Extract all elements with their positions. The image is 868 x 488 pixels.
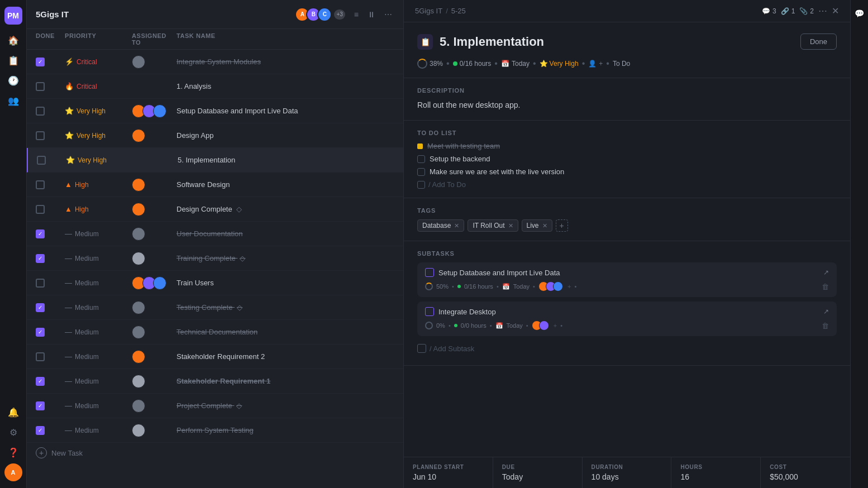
description-text[interactable]: Roll out the new desktop app. bbox=[417, 99, 837, 111]
subtask-checkbox[interactable] bbox=[425, 268, 434, 277]
add-todo-placeholder: / Add To Do bbox=[428, 180, 466, 189]
sidebar-team-icon[interactable]: 👥 bbox=[4, 92, 22, 109]
table-row[interactable]: —Medium User Documentation bbox=[27, 222, 403, 246]
task-checkbox[interactable] bbox=[36, 352, 45, 361]
tag-remove-icon[interactable]: ✕ bbox=[542, 222, 547, 229]
table-row[interactable]: ⚡Critical Integrate System Modules bbox=[27, 50, 403, 74]
table-row[interactable]: —Medium Stakeholder Requirement 2 bbox=[27, 345, 403, 369]
task-checkbox[interactable] bbox=[36, 279, 45, 288]
sidebar-time-icon[interactable]: 🕐 bbox=[4, 71, 22, 89]
table-row[interactable]: —Medium Training Complete ◇ bbox=[27, 246, 403, 271]
table-row[interactable]: —Medium Perform System Testing bbox=[27, 418, 403, 443]
todo-checkbox[interactable] bbox=[417, 168, 425, 176]
subtask-open-icon[interactable]: ↗ bbox=[823, 308, 829, 315]
tag-live[interactable]: Live ✕ bbox=[522, 219, 552, 232]
todo-label: TO DO LIST bbox=[417, 130, 837, 136]
task-checkbox[interactable] bbox=[36, 303, 45, 312]
progress-circle-icon bbox=[417, 59, 427, 69]
task-checkbox[interactable] bbox=[36, 58, 45, 66]
priority-badge[interactable]: ⭐ Very High bbox=[540, 60, 579, 68]
subtask-add-assignee[interactable]: + bbox=[554, 322, 557, 329]
progress-indicator[interactable]: 38% bbox=[417, 59, 443, 69]
breadcrumb-project[interactable]: 5Gigs IT bbox=[415, 7, 442, 15]
due-value[interactable]: Today bbox=[502, 472, 573, 481]
more-options-icon[interactable]: ⋯ bbox=[382, 8, 394, 21]
sidebar-tasks-icon[interactable]: 📋 bbox=[4, 51, 22, 69]
due-date[interactable]: 📅 Today bbox=[501, 60, 530, 68]
duration-value[interactable]: 10 days bbox=[592, 472, 662, 481]
cost-value[interactable]: $50,000 bbox=[770, 472, 841, 481]
hours-value[interactable]: 16 bbox=[680, 472, 751, 481]
task-checkbox[interactable] bbox=[36, 82, 45, 91]
list-view-icon[interactable]: ≡ bbox=[352, 8, 361, 21]
todo-text: Make sure we are set with the live versi… bbox=[430, 168, 564, 176]
breadcrumb-sprint[interactable]: 5-25 bbox=[451, 7, 466, 15]
close-icon[interactable]: ✕ bbox=[832, 6, 839, 16]
sidebar-home-icon[interactable]: 🏠 bbox=[4, 31, 22, 49]
task-checkbox[interactable] bbox=[36, 131, 45, 140]
task-checkbox[interactable] bbox=[36, 180, 45, 189]
subtask-add-assignee[interactable]: + bbox=[567, 283, 571, 290]
add-tag-button[interactable]: + bbox=[556, 219, 568, 232]
table-row[interactable]: —Medium Project Complete ◇ bbox=[27, 394, 403, 418]
add-subtask-button[interactable]: / Add Subtask bbox=[417, 341, 837, 356]
task-checkbox[interactable] bbox=[37, 156, 46, 165]
table-row[interactable]: —Medium Technical Documentation bbox=[27, 320, 403, 345]
priority-cell: ⭐Very High bbox=[66, 156, 133, 164]
tags-row: Database ✕ IT Roll Out ✕ Live ✕ + bbox=[417, 219, 837, 232]
logo-icon[interactable]: PM bbox=[4, 7, 22, 25]
task-checkbox[interactable] bbox=[36, 377, 45, 386]
task-checkbox[interactable] bbox=[36, 401, 45, 410]
table-row[interactable]: —Medium Stakeholder Requirement 1 bbox=[27, 369, 403, 394]
table-row[interactable]: ⭐Very High 5. Implementation bbox=[27, 148, 403, 173]
task-checkbox[interactable] bbox=[36, 107, 45, 116]
task-checkbox[interactable] bbox=[36, 205, 45, 214]
tag-it-roll-out[interactable]: IT Roll Out ✕ bbox=[468, 219, 518, 232]
group-view-icon[interactable]: ⏸ bbox=[365, 8, 378, 21]
task-checkbox[interactable] bbox=[36, 426, 45, 435]
sidebar-settings-icon[interactable]: ⚙ bbox=[4, 423, 22, 441]
subtask-open-icon[interactable]: ↗ bbox=[823, 269, 829, 276]
table-row[interactable]: 🔥Critical 1. Analysis bbox=[27, 74, 403, 99]
hours-tracker[interactable]: 0/16 hours bbox=[453, 60, 492, 68]
chat-icon[interactable]: 💬 bbox=[852, 7, 866, 20]
task-checkbox[interactable] bbox=[36, 229, 45, 238]
assignee-picker[interactable]: 👤 + bbox=[588, 60, 603, 68]
task-checkbox[interactable] bbox=[36, 254, 45, 263]
status-badge[interactable]: To Do bbox=[613, 60, 630, 68]
subtask-checkbox[interactable] bbox=[425, 307, 434, 316]
subtask-delete-icon[interactable]: 🗑 bbox=[822, 283, 829, 291]
table-row[interactable]: ▲High Design Complete ◇ bbox=[27, 197, 403, 222]
priority-cell: ⚡Critical bbox=[65, 58, 132, 66]
task-name: Software Design bbox=[177, 180, 394, 189]
tag-database[interactable]: Database ✕ bbox=[417, 219, 464, 232]
done-button[interactable]: Done bbox=[800, 34, 837, 50]
more-options-icon[interactable]: ⋯ bbox=[818, 6, 827, 16]
tag-remove-icon[interactable]: ✕ bbox=[454, 222, 459, 229]
table-row[interactable]: —Medium Train Users bbox=[27, 271, 403, 295]
subtask-due: Today bbox=[513, 283, 530, 290]
table-row[interactable]: ▲High Software Design bbox=[27, 173, 403, 197]
sidebar-notifications-icon[interactable]: 🔔 bbox=[4, 403, 22, 421]
table-row[interactable]: ⭐Very High Setup Database and Import Liv… bbox=[27, 99, 403, 123]
planned-start-value[interactable]: Jun 10 bbox=[413, 472, 484, 481]
add-todo-item[interactable]: / Add To Do bbox=[417, 180, 837, 189]
tags-label: TAGS bbox=[417, 207, 837, 214]
add-assignee-icon[interactable]: + bbox=[599, 60, 603, 68]
duration-label: DURATION bbox=[592, 464, 662, 470]
col-priority[interactable]: PRIORITY bbox=[65, 32, 132, 46]
task-checkbox[interactable] bbox=[36, 328, 45, 337]
table-row[interactable]: —Medium Testing Complete ◇ bbox=[27, 295, 403, 320]
meta-dot-5: • bbox=[606, 59, 609, 69]
task-name: Project Complete ◇ bbox=[177, 401, 394, 410]
tag-remove-icon[interactable]: ✕ bbox=[508, 222, 513, 229]
new-task-row[interactable]: + New Task bbox=[27, 443, 403, 463]
subtask-progress-pct: 50% bbox=[436, 283, 449, 290]
subtask-delete-icon[interactable]: 🗑 bbox=[822, 322, 829, 330]
hours-dot bbox=[453, 61, 457, 66]
add-task-icon[interactable]: + bbox=[36, 447, 47, 458]
todo-checkbox[interactable] bbox=[417, 155, 425, 163]
table-row[interactable]: ⭐Very High Design App bbox=[27, 123, 403, 148]
sidebar-help-icon[interactable]: ❓ bbox=[4, 443, 22, 461]
sidebar-user-avatar[interactable]: A bbox=[4, 463, 22, 481]
